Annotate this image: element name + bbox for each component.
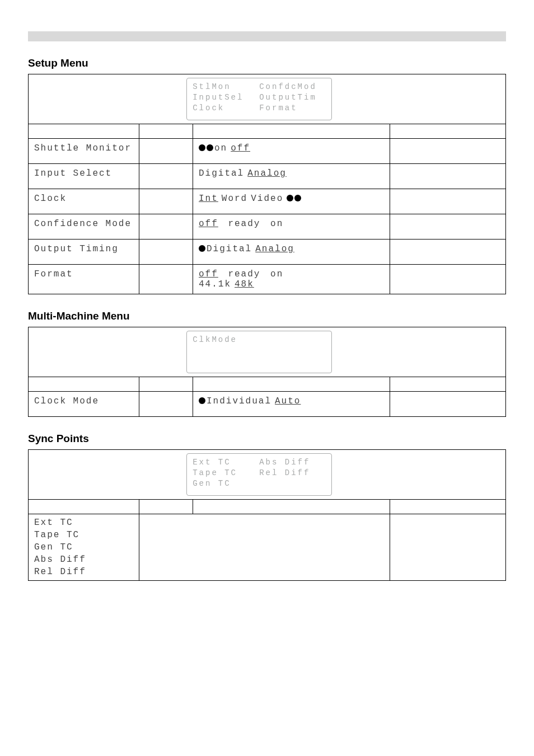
param-row: Clock ModeIndividualAuto	[29, 392, 505, 416]
option[interactable]: Digital	[207, 244, 252, 254]
mm-subheader: Parameter Range Display Description	[29, 377, 505, 392]
param-row: Confidence Modeoff ready on	[29, 214, 505, 240]
col-display: Display	[193, 377, 390, 391]
param-name: Output Timing	[29, 240, 139, 264]
param-row: Formatoff ready on44.1k48k	[29, 265, 505, 294]
param-display: off ready on	[193, 214, 390, 239]
option-selected[interactable]: off	[199, 269, 218, 279]
col-range: Range	[139, 500, 193, 514]
col-description: Description	[390, 124, 505, 138]
top-divider-bar	[28, 31, 506, 41]
option-selected[interactable]: Analog	[255, 244, 294, 254]
status-dot-icon	[287, 195, 293, 201]
param-description	[390, 189, 505, 214]
option-selected[interactable]: 48k	[235, 279, 254, 289]
col-parameter: Parameter	[29, 124, 139, 138]
option-group: IntWordVideo	[199, 194, 287, 204]
mm-header-right	[332, 327, 505, 377]
panel-cell: Rel Diff	[259, 468, 326, 478]
sync-point-item: Abs Diff	[34, 555, 133, 565]
param-row: ClockIntWordVideo	[29, 189, 505, 214]
option-selected[interactable]: Int	[199, 194, 218, 204]
multimachine-box: ClkMode Parameter Range Display Descript…	[28, 327, 506, 417]
sync-point-item: Ext TC	[34, 518, 133, 528]
panel-cell: Tape TC	[193, 468, 259, 478]
mm-header-left	[29, 327, 186, 377]
section-title-multimachine: Multi-Machine Menu	[28, 310, 506, 322]
col-parameter: Parameter	[29, 500, 139, 514]
param-description	[390, 164, 505, 189]
param-name: Format	[29, 265, 139, 294]
sync-point-item: Tape TC	[34, 530, 133, 540]
sp-header-left	[29, 450, 186, 499]
option-selected[interactable]: Analog	[247, 168, 287, 179]
setup-header: StlMonConfdcMod InputSelOutputTim ClockF…	[29, 74, 505, 124]
param-description	[390, 240, 505, 264]
option-selected[interactable]: off	[231, 143, 250, 153]
panel-cell	[259, 478, 326, 489]
status-dot-icon	[294, 195, 301, 201]
param-range	[139, 214, 193, 239]
param-range	[139, 265, 193, 294]
panel-cell	[259, 335, 326, 345]
param-name: Clock	[29, 189, 139, 214]
param-description	[390, 214, 505, 239]
option-group: IndividualAuto	[207, 396, 304, 406]
option[interactable]: Video	[251, 194, 283, 204]
mm-header: ClkMode	[29, 327, 505, 377]
param-name: Clock Mode	[29, 392, 139, 416]
col-parameter: Parameter	[29, 377, 139, 391]
sp-header-right	[332, 450, 505, 499]
option[interactable]: Word	[222, 194, 247, 204]
panel-cell: Clock	[193, 103, 259, 114]
panel-cell: ClkMode	[193, 335, 259, 345]
status-dot-icon	[199, 245, 205, 252]
option-selected[interactable]: Auto	[275, 396, 301, 406]
sp-subheader: Parameter Range Display Description	[29, 499, 505, 514]
param-display: DigitalAnalog	[193, 164, 390, 189]
param-name: Confidence Mode	[29, 214, 139, 239]
syncpoints-box: Ext TCAbs Diff Tape TCRel Diff Gen TC Pa…	[28, 449, 506, 581]
option[interactable]: on	[270, 269, 283, 279]
panel-cell: OutputTim	[259, 92, 326, 103]
param-display: off ready on44.1k48k	[193, 265, 390, 294]
option[interactable]: 44.1k	[199, 279, 231, 289]
option-group: onoff	[214, 143, 254, 153]
sp-header: Ext TCAbs Diff Tape TCRel Diff Gen TC	[29, 450, 505, 499]
mm-display-panel: ClkMode	[186, 331, 332, 373]
param-description	[390, 265, 505, 294]
setup-subheader: Parameter Range Display Description	[29, 124, 505, 139]
sp-display-panel: Ext TCAbs Diff Tape TCRel Diff Gen TC	[186, 453, 332, 496]
option[interactable]: on	[270, 219, 283, 229]
param-range	[139, 164, 193, 189]
col-range: Range	[139, 377, 193, 391]
col-display: Display	[193, 124, 390, 138]
option[interactable]: Digital	[199, 168, 244, 179]
option-selected[interactable]: off	[199, 219, 218, 229]
param-range	[139, 189, 193, 214]
setup-display-panel: StlMonConfdcMod InputSelOutputTim ClockF…	[186, 78, 332, 120]
param-display: IndividualAuto	[193, 392, 390, 416]
sp-body-row: Ext TCTape TCGen TCAbs DiffRel Diff	[29, 514, 505, 580]
section-title-syncpoints: Sync Points	[28, 433, 506, 445]
col-display: Display	[193, 500, 390, 514]
status-dot-icon	[199, 144, 205, 151]
param-row: Shuttle Monitoronoff	[29, 139, 505, 164]
panel-cell: InputSel	[193, 92, 259, 103]
panel-cell: Ext TC	[193, 457, 259, 468]
option[interactable]: on	[214, 143, 227, 153]
panel-cell: Abs Diff	[259, 457, 326, 468]
status-dot-icon	[199, 397, 205, 404]
sp-desc-col	[390, 514, 505, 580]
option-group: off ready on	[199, 219, 287, 229]
col-range: Range	[139, 124, 193, 138]
panel-cell: Format	[259, 103, 326, 114]
option[interactable]: Individual	[207, 396, 271, 406]
param-display: onoff	[193, 139, 390, 163]
sp-display-col	[139, 514, 390, 580]
param-description	[390, 139, 505, 163]
setup-menu-box: StlMonConfdcMod InputSelOutputTim ClockF…	[28, 74, 506, 294]
param-display: IntWordVideo	[193, 189, 390, 214]
option[interactable]: ready	[222, 219, 267, 229]
option[interactable]: ready	[222, 269, 267, 279]
